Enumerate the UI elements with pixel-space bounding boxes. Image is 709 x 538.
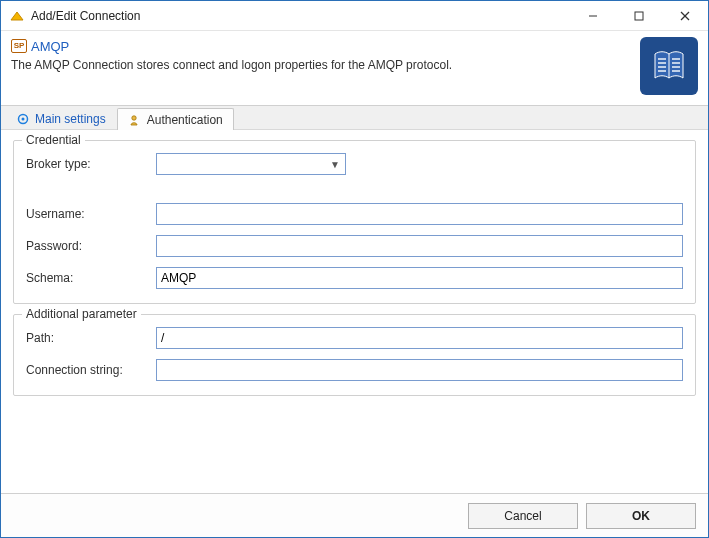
additional-parameter-group: Additional parameter Path: Connection st… [13,314,696,396]
close-button[interactable] [662,1,708,30]
schema-label: Schema: [26,271,156,285]
row-username: Username: [26,203,683,225]
sp-icon: SP [11,39,27,53]
header-text: SP AMQP The AMQP Connection stores conne… [11,37,630,72]
additional-legend: Additional parameter [22,307,141,321]
user-key-icon [128,113,142,127]
credential-legend: Credential [22,133,85,147]
minimize-button[interactable] [570,1,616,30]
connection-name: AMQP [31,39,69,54]
window-controls [570,1,708,30]
cancel-button[interactable]: Cancel [468,503,578,529]
gear-icon [16,112,30,126]
connection-string-label: Connection string: [26,363,156,377]
header: SP AMQP The AMQP Connection stores conne… [1,31,708,105]
username-input[interactable] [156,203,683,225]
chevron-down-icon: ▼ [327,159,343,170]
content-area: Credential Broker type: ▼ Username: Pass… [1,130,708,493]
window-title: Add/Edit Connection [31,9,570,23]
credential-group: Credential Broker type: ▼ Username: Pass… [13,140,696,304]
path-label: Path: [26,331,156,345]
app-icon [9,8,25,24]
password-label: Password: [26,239,156,253]
ok-button-label: OK [632,509,650,523]
titlebar: Add/Edit Connection [1,1,708,31]
connection-description: The AMQP Connection stores connect and l… [11,58,630,72]
connection-title-row: SP AMQP [11,39,69,54]
svg-rect-1 [635,12,643,20]
broker-type-select[interactable]: ▼ [156,153,346,175]
row-connection-string: Connection string: [26,359,683,381]
tab-main-settings[interactable]: Main settings [5,107,117,129]
tab-authentication-label: Authentication [147,113,223,127]
dialog-window: Add/Edit Connection SP AMQP The AMQP Con… [0,0,709,538]
username-label: Username: [26,207,156,221]
ok-button[interactable]: OK [586,503,696,529]
footer: Cancel OK [1,493,708,537]
tabbar: Main settings Authentication [1,106,708,130]
svg-point-14 [22,117,25,120]
password-input[interactable] [156,235,683,257]
svg-point-15 [132,115,136,119]
tab-main-settings-label: Main settings [35,112,106,126]
row-broker-type: Broker type: ▼ [26,153,683,175]
row-path: Path: [26,327,683,349]
cancel-button-label: Cancel [504,509,541,523]
schema-input[interactable] [156,267,683,289]
maximize-button[interactable] [616,1,662,30]
tab-authentication[interactable]: Authentication [117,108,234,130]
row-password: Password: [26,235,683,257]
path-input[interactable] [156,327,683,349]
connection-string-input[interactable] [156,359,683,381]
header-book-icon [640,37,698,95]
row-schema: Schema: [26,267,683,289]
broker-type-label: Broker type: [26,157,156,171]
